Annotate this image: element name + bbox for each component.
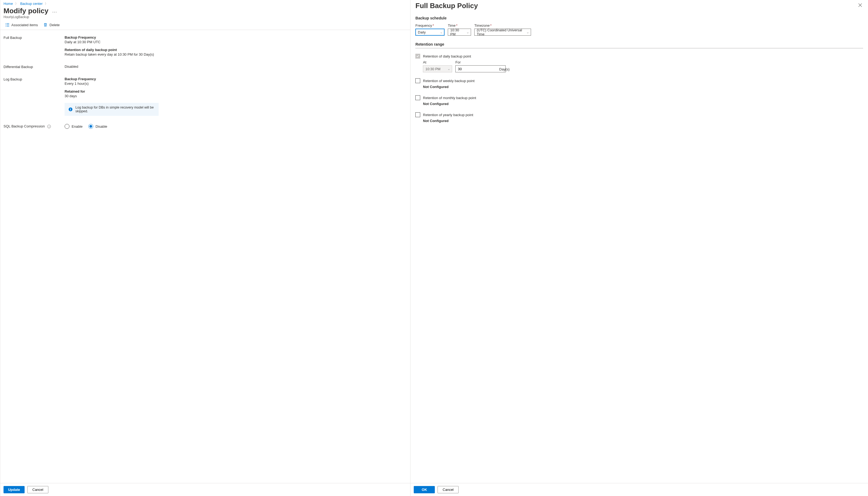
retention-range-header: Retention range — [415, 42, 863, 48]
time-label: Time* — [448, 24, 471, 28]
more-actions-button[interactable]: ··· — [52, 8, 57, 14]
daily-for-label: For — [455, 60, 496, 64]
compression-enable-radio[interactable]: Enable — [64, 124, 83, 129]
yearly-status: Not Configured — [423, 119, 863, 123]
full-backup-label: Full Backup — [3, 35, 64, 57]
blade-title: Full Backup Policy — [415, 2, 478, 10]
breadcrumb-home[interactable]: Home — [3, 2, 13, 6]
days-suffix: Day(s) — [499, 67, 509, 72]
svg-rect-2 — [70, 109, 71, 111]
daily-at-label: At — [423, 60, 452, 64]
differential-label: Differential Backup — [3, 64, 64, 69]
page-title: Modify policy — [3, 7, 48, 15]
radio-checked-icon — [88, 124, 93, 129]
chevron-right-icon: 〉 — [15, 2, 18, 6]
weekly-retention-label: Retention of weekly backup point — [423, 79, 475, 83]
close-icon — [858, 3, 862, 7]
monthly-status: Not Configured — [423, 102, 863, 106]
chevron-down-icon: ⌵ — [440, 31, 442, 34]
list-icon — [5, 23, 10, 27]
yearly-retention-checkbox[interactable] — [415, 112, 420, 117]
policy-content: Full Backup Backup Frequency Daily at 10… — [0, 30, 410, 483]
log-backup-freq-text: Every 1 hour(s) — [64, 81, 407, 86]
monthly-retention-checkbox[interactable] — [415, 95, 420, 100]
disable-label: Disable — [95, 124, 107, 128]
timezone-value: (UTC) Coordinated Universal Time — [477, 28, 524, 36]
page-subtitle: HourlyLogBackup — [0, 15, 410, 21]
frequency-label: Frequency* — [415, 24, 445, 28]
radio-icon — [64, 124, 70, 129]
log-backup-retained-text: 30 days — [64, 94, 407, 98]
log-backup-label: Log Backup — [3, 77, 64, 116]
differential-status: Disabled — [64, 64, 407, 68]
yearly-retention-label: Retention of yearly backup point — [423, 113, 473, 117]
cancel-button[interactable]: Cancel — [27, 486, 48, 493]
daily-retention-checkbox — [415, 54, 420, 59]
full-backup-freq-text: Daily at 10:30 PM UTC — [64, 40, 407, 44]
full-backup-policy-blade: Full Backup Policy Backup schedule Frequ… — [410, 0, 868, 496]
chevron-down-icon: ⌵ — [527, 31, 528, 34]
backup-schedule-header: Backup schedule — [415, 16, 863, 20]
update-button[interactable]: Update — [3, 486, 25, 493]
blade-footer: OK Cancel — [410, 483, 868, 496]
svg-point-1 — [70, 108, 71, 109]
log-backup-freq-heading: Backup Frequency — [64, 77, 407, 81]
full-backup-retention-text: Retain backup taken every day at 10:30 P… — [64, 52, 407, 57]
check-icon — [416, 55, 419, 58]
timezone-label: Timezone* — [474, 24, 531, 28]
left-footer: Update Cancel — [0, 483, 410, 496]
command-bar: Associated items Delete — [0, 21, 410, 30]
full-backup-retention-heading: Retention of daily backup point — [64, 48, 407, 52]
delete-label: Delete — [49, 23, 60, 27]
log-backup-info-box: Log backup for DBs in simple recovery mo… — [64, 103, 159, 116]
close-button[interactable] — [857, 2, 863, 10]
compression-radio-group: Enable Disable — [64, 124, 407, 129]
weekly-status: Not Configured — [423, 85, 863, 89]
enable-label: Enable — [72, 124, 83, 128]
frequency-value: Daily — [418, 30, 425, 34]
frequency-dropdown[interactable]: Daily ⌵ — [415, 29, 445, 36]
associated-items-label: Associated items — [11, 23, 38, 27]
breadcrumb: Home 〉 Backup center 〉 — [0, 0, 410, 7]
daily-for-input[interactable] — [455, 65, 506, 72]
log-backup-info-text: Log backup for DBs in simple recovery mo… — [75, 106, 155, 113]
daily-retention-label: Retention of daily backup point — [423, 54, 471, 58]
full-backup-freq-heading: Backup Frequency — [64, 35, 407, 40]
modify-policy-panel: Home 〉 Backup center 〉 Modify policy ···… — [0, 0, 410, 496]
timezone-dropdown[interactable]: (UTC) Coordinated Universal Time ⌵ — [474, 29, 531, 36]
daily-at-dropdown: 10:30 PM ⌵ — [423, 65, 452, 72]
chevron-right-icon: 〉 — [45, 2, 48, 6]
blade-cancel-button[interactable]: Cancel — [437, 486, 459, 493]
breadcrumb-backup-center[interactable]: Backup center — [20, 2, 43, 6]
compression-label: SQL Backup Compression i — [3, 124, 64, 129]
monthly-retention-label: Retention of monthly backup point — [423, 96, 476, 100]
daily-at-value: 10:30 PM — [425, 67, 440, 71]
compression-disable-radio[interactable]: Disable — [88, 124, 107, 129]
weekly-retention-checkbox[interactable] — [415, 78, 420, 83]
associated-items-button[interactable]: Associated items — [5, 23, 38, 27]
delete-button[interactable]: Delete — [43, 23, 60, 27]
info-icon[interactable]: i — [47, 125, 51, 128]
chevron-down-icon: ⌵ — [467, 31, 468, 34]
delete-icon — [43, 23, 48, 27]
time-dropdown[interactable]: 10:30 PM ⌵ — [448, 29, 471, 36]
ok-button[interactable]: OK — [414, 486, 435, 493]
log-backup-retained-heading: Retained for — [64, 89, 407, 93]
chevron-down-icon: ⌵ — [448, 67, 450, 71]
time-value: 10:30 PM — [450, 28, 464, 36]
info-icon — [69, 107, 73, 111]
